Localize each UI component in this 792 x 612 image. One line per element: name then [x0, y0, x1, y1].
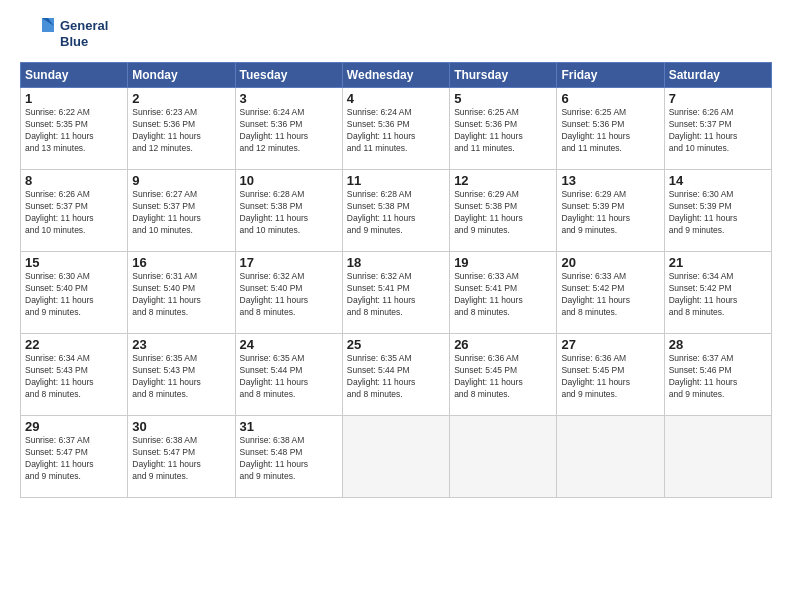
- day-info: Sunrise: 6:36 AM Sunset: 5:45 PM Dayligh…: [561, 353, 659, 401]
- day-cell: 13Sunrise: 6:29 AM Sunset: 5:39 PM Dayli…: [557, 170, 664, 252]
- day-cell: 8Sunrise: 6:26 AM Sunset: 5:37 PM Daylig…: [21, 170, 128, 252]
- day-number: 3: [240, 91, 338, 106]
- header-sunday: Sunday: [21, 63, 128, 88]
- day-cell: 7Sunrise: 6:26 AM Sunset: 5:37 PM Daylig…: [664, 88, 771, 170]
- day-info: Sunrise: 6:37 AM Sunset: 5:46 PM Dayligh…: [669, 353, 767, 401]
- week-row-4: 22Sunrise: 6:34 AM Sunset: 5:43 PM Dayli…: [21, 334, 772, 416]
- day-cell: 31Sunrise: 6:38 AM Sunset: 5:48 PM Dayli…: [235, 416, 342, 498]
- header-thursday: Thursday: [450, 63, 557, 88]
- day-number: 4: [347, 91, 445, 106]
- day-number: 11: [347, 173, 445, 188]
- day-info: Sunrise: 6:30 AM Sunset: 5:40 PM Dayligh…: [25, 271, 123, 319]
- day-cell: [557, 416, 664, 498]
- page: General Blue SundayMondayTuesdayWednesda…: [0, 0, 792, 612]
- calendar-table: SundayMondayTuesdayWednesdayThursdayFrid…: [20, 62, 772, 498]
- week-row-1: 1Sunrise: 6:22 AM Sunset: 5:35 PM Daylig…: [21, 88, 772, 170]
- day-cell: 3Sunrise: 6:24 AM Sunset: 5:36 PM Daylig…: [235, 88, 342, 170]
- day-info: Sunrise: 6:30 AM Sunset: 5:39 PM Dayligh…: [669, 189, 767, 237]
- header-tuesday: Tuesday: [235, 63, 342, 88]
- day-cell: 23Sunrise: 6:35 AM Sunset: 5:43 PM Dayli…: [128, 334, 235, 416]
- day-number: 28: [669, 337, 767, 352]
- day-number: 26: [454, 337, 552, 352]
- week-row-2: 8Sunrise: 6:26 AM Sunset: 5:37 PM Daylig…: [21, 170, 772, 252]
- logo-line1: General: [60, 18, 108, 34]
- day-number: 2: [132, 91, 230, 106]
- day-number: 31: [240, 419, 338, 434]
- day-info: Sunrise: 6:28 AM Sunset: 5:38 PM Dayligh…: [240, 189, 338, 237]
- day-info: Sunrise: 6:37 AM Sunset: 5:47 PM Dayligh…: [25, 435, 123, 483]
- day-info: Sunrise: 6:35 AM Sunset: 5:44 PM Dayligh…: [240, 353, 338, 401]
- day-cell: 28Sunrise: 6:37 AM Sunset: 5:46 PM Dayli…: [664, 334, 771, 416]
- day-cell: 10Sunrise: 6:28 AM Sunset: 5:38 PM Dayli…: [235, 170, 342, 252]
- logo-svg: [20, 16, 56, 52]
- day-number: 27: [561, 337, 659, 352]
- calendar-header-row: SundayMondayTuesdayWednesdayThursdayFrid…: [21, 63, 772, 88]
- day-number: 14: [669, 173, 767, 188]
- day-number: 17: [240, 255, 338, 270]
- day-cell: 25Sunrise: 6:35 AM Sunset: 5:44 PM Dayli…: [342, 334, 449, 416]
- day-info: Sunrise: 6:27 AM Sunset: 5:37 PM Dayligh…: [132, 189, 230, 237]
- day-number: 9: [132, 173, 230, 188]
- day-cell: 11Sunrise: 6:28 AM Sunset: 5:38 PM Dayli…: [342, 170, 449, 252]
- header-saturday: Saturday: [664, 63, 771, 88]
- day-cell: 16Sunrise: 6:31 AM Sunset: 5:40 PM Dayli…: [128, 252, 235, 334]
- logo-line2: Blue: [60, 34, 108, 50]
- day-cell: 30Sunrise: 6:38 AM Sunset: 5:47 PM Dayli…: [128, 416, 235, 498]
- day-info: Sunrise: 6:25 AM Sunset: 5:36 PM Dayligh…: [454, 107, 552, 155]
- day-info: Sunrise: 6:32 AM Sunset: 5:40 PM Dayligh…: [240, 271, 338, 319]
- day-cell: 27Sunrise: 6:36 AM Sunset: 5:45 PM Dayli…: [557, 334, 664, 416]
- day-number: 7: [669, 91, 767, 106]
- header-wednesday: Wednesday: [342, 63, 449, 88]
- day-info: Sunrise: 6:36 AM Sunset: 5:45 PM Dayligh…: [454, 353, 552, 401]
- day-cell: 5Sunrise: 6:25 AM Sunset: 5:36 PM Daylig…: [450, 88, 557, 170]
- day-number: 8: [25, 173, 123, 188]
- day-info: Sunrise: 6:22 AM Sunset: 5:35 PM Dayligh…: [25, 107, 123, 155]
- day-info: Sunrise: 6:26 AM Sunset: 5:37 PM Dayligh…: [669, 107, 767, 155]
- day-number: 30: [132, 419, 230, 434]
- day-info: Sunrise: 6:29 AM Sunset: 5:39 PM Dayligh…: [561, 189, 659, 237]
- header-friday: Friday: [557, 63, 664, 88]
- day-cell: 4Sunrise: 6:24 AM Sunset: 5:36 PM Daylig…: [342, 88, 449, 170]
- day-number: 5: [454, 91, 552, 106]
- day-number: 18: [347, 255, 445, 270]
- day-cell: 22Sunrise: 6:34 AM Sunset: 5:43 PM Dayli…: [21, 334, 128, 416]
- day-cell: [450, 416, 557, 498]
- day-info: Sunrise: 6:31 AM Sunset: 5:40 PM Dayligh…: [132, 271, 230, 319]
- day-number: 20: [561, 255, 659, 270]
- day-cell: 1Sunrise: 6:22 AM Sunset: 5:35 PM Daylig…: [21, 88, 128, 170]
- day-number: 6: [561, 91, 659, 106]
- day-cell: 15Sunrise: 6:30 AM Sunset: 5:40 PM Dayli…: [21, 252, 128, 334]
- day-info: Sunrise: 6:26 AM Sunset: 5:37 PM Dayligh…: [25, 189, 123, 237]
- day-info: Sunrise: 6:34 AM Sunset: 5:43 PM Dayligh…: [25, 353, 123, 401]
- day-cell: 2Sunrise: 6:23 AM Sunset: 5:36 PM Daylig…: [128, 88, 235, 170]
- day-info: Sunrise: 6:33 AM Sunset: 5:41 PM Dayligh…: [454, 271, 552, 319]
- day-cell: 9Sunrise: 6:27 AM Sunset: 5:37 PM Daylig…: [128, 170, 235, 252]
- day-number: 23: [132, 337, 230, 352]
- day-number: 10: [240, 173, 338, 188]
- day-cell: 18Sunrise: 6:32 AM Sunset: 5:41 PM Dayli…: [342, 252, 449, 334]
- day-cell: 6Sunrise: 6:25 AM Sunset: 5:36 PM Daylig…: [557, 88, 664, 170]
- header-monday: Monday: [128, 63, 235, 88]
- day-info: Sunrise: 6:23 AM Sunset: 5:36 PM Dayligh…: [132, 107, 230, 155]
- day-cell: [342, 416, 449, 498]
- day-info: Sunrise: 6:28 AM Sunset: 5:38 PM Dayligh…: [347, 189, 445, 237]
- day-number: 22: [25, 337, 123, 352]
- day-info: Sunrise: 6:33 AM Sunset: 5:42 PM Dayligh…: [561, 271, 659, 319]
- week-row-3: 15Sunrise: 6:30 AM Sunset: 5:40 PM Dayli…: [21, 252, 772, 334]
- day-info: Sunrise: 6:24 AM Sunset: 5:36 PM Dayligh…: [347, 107, 445, 155]
- header: General Blue: [20, 16, 772, 52]
- day-cell: 17Sunrise: 6:32 AM Sunset: 5:40 PM Dayli…: [235, 252, 342, 334]
- day-info: Sunrise: 6:38 AM Sunset: 5:47 PM Dayligh…: [132, 435, 230, 483]
- day-number: 15: [25, 255, 123, 270]
- day-info: Sunrise: 6:38 AM Sunset: 5:48 PM Dayligh…: [240, 435, 338, 483]
- day-number: 13: [561, 173, 659, 188]
- day-number: 19: [454, 255, 552, 270]
- day-info: Sunrise: 6:24 AM Sunset: 5:36 PM Dayligh…: [240, 107, 338, 155]
- day-info: Sunrise: 6:35 AM Sunset: 5:44 PM Dayligh…: [347, 353, 445, 401]
- week-row-5: 29Sunrise: 6:37 AM Sunset: 5:47 PM Dayli…: [21, 416, 772, 498]
- day-cell: 12Sunrise: 6:29 AM Sunset: 5:38 PM Dayli…: [450, 170, 557, 252]
- day-cell: 14Sunrise: 6:30 AM Sunset: 5:39 PM Dayli…: [664, 170, 771, 252]
- day-number: 1: [25, 91, 123, 106]
- day-info: Sunrise: 6:34 AM Sunset: 5:42 PM Dayligh…: [669, 271, 767, 319]
- day-cell: 29Sunrise: 6:37 AM Sunset: 5:47 PM Dayli…: [21, 416, 128, 498]
